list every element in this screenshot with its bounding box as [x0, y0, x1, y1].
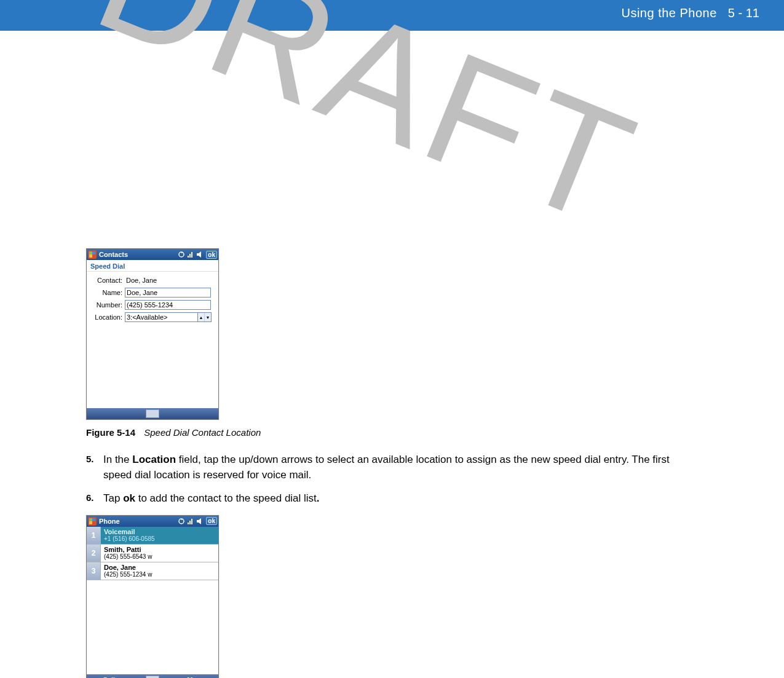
item-name: Doe, Jane [104, 564, 215, 571]
figure-5-14-screenshot: Contacts ok Speed Dial Contact: Doe, Jan… [86, 248, 219, 420]
name-field[interactable] [125, 288, 211, 298]
slot-number: 2 [87, 545, 101, 562]
step-5-text: In the Location field, tap the up/down a… [103, 452, 698, 483]
figure-5-15-screenshot: Phone ok 1 Voicemail +1 (516) 606-0585 2… [86, 515, 219, 678]
svg-rect-7 [189, 521, 191, 524]
item-phone: (425) 555-1234 w [104, 571, 215, 578]
speed-dial-list: 1 Voicemail +1 (516) 606-0585 2 Smith, P… [87, 527, 218, 674]
bottom-bar [87, 408, 218, 419]
slot-number: 3 [87, 562, 101, 580]
signal-icon [187, 251, 194, 258]
slot-number: 1 [87, 527, 101, 544]
phone-titlebar: Phone ok [87, 516, 218, 527]
sync-icon [178, 251, 185, 258]
window-title: Contacts [99, 251, 128, 258]
page-header: Using the Phone 5 - 11 [0, 0, 784, 26]
start-icon[interactable] [88, 250, 97, 259]
signal-icon [187, 518, 194, 525]
speed-dial-form: Contact: Doe, Jane Name: Number: Locatio… [87, 272, 218, 408]
item-name: Voicemail [104, 528, 215, 535]
list-item[interactable]: 3 Doe, Jane (425) 555-1234 w [87, 562, 218, 580]
speed-dial-subhead: Speed Dial [87, 260, 218, 272]
bottom-bar: Call Menu [87, 674, 218, 678]
svg-marker-9 [197, 518, 201, 524]
header-divider [0, 26, 784, 31]
status-icons [178, 251, 204, 258]
figure-5-14-title: Speed Dial Contact Location [144, 427, 261, 438]
step-5-number: 5. [86, 452, 103, 483]
item-name: Smith, Patti [104, 546, 215, 553]
location-down-arrow-icon[interactable]: ▼ [204, 313, 211, 321]
header-page-number: 5 - 11 [728, 6, 759, 20]
step-6-text: Tap ok to add the contact to the speed d… [103, 491, 698, 507]
ok-button[interactable]: ok [206, 517, 217, 525]
item-phone: +1 (516) 606-0585 [104, 535, 215, 542]
start-icon[interactable] [88, 517, 97, 526]
draft-watermark: DRAFT [74, 0, 710, 283]
svg-rect-3 [191, 252, 192, 258]
contact-label: Contact: [90, 277, 125, 284]
keyboard-icon[interactable] [146, 409, 159, 418]
window-title: Phone [99, 518, 120, 525]
contacts-titlebar: Contacts ok [87, 249, 218, 260]
number-label: Number: [90, 301, 125, 309]
speaker-icon [196, 518, 204, 525]
svg-rect-6 [188, 522, 189, 524]
ok-button[interactable]: ok [206, 251, 217, 259]
status-icons [178, 518, 204, 525]
name-label: Name: [90, 289, 125, 296]
sync-icon [178, 518, 185, 525]
keyboard-icon[interactable] [146, 676, 159, 678]
header-section-title: Using the Phone [621, 6, 716, 20]
contact-value: Doe, Jane [125, 275, 157, 285]
step-6-number: 6. [86, 491, 103, 507]
figure-5-14-label: Figure 5-14 [86, 427, 135, 438]
number-field[interactable] [125, 300, 211, 310]
step-5: 5. In the Location field, tap the up/dow… [86, 452, 698, 483]
location-label: Location: [90, 313, 125, 321]
item-phone: (425) 555-6543 w [104, 553, 215, 560]
svg-marker-4 [197, 251, 201, 258]
location-up-arrow-icon[interactable]: ▲ [198, 313, 204, 321]
list-item[interactable]: 1 Voicemail +1 (516) 606-0585 [87, 527, 218, 545]
step-6: 6. Tap ok to add the contact to the spee… [86, 491, 698, 507]
svg-rect-8 [191, 519, 192, 524]
location-field[interactable] [125, 312, 197, 322]
list-item[interactable]: 2 Smith, Patti (425) 555-6543 w [87, 545, 218, 562]
speaker-icon [196, 251, 204, 258]
figure-5-14-caption: Figure 5-14 Speed Dial Contact Location [86, 427, 698, 438]
svg-rect-2 [189, 254, 191, 258]
svg-rect-1 [188, 256, 189, 258]
